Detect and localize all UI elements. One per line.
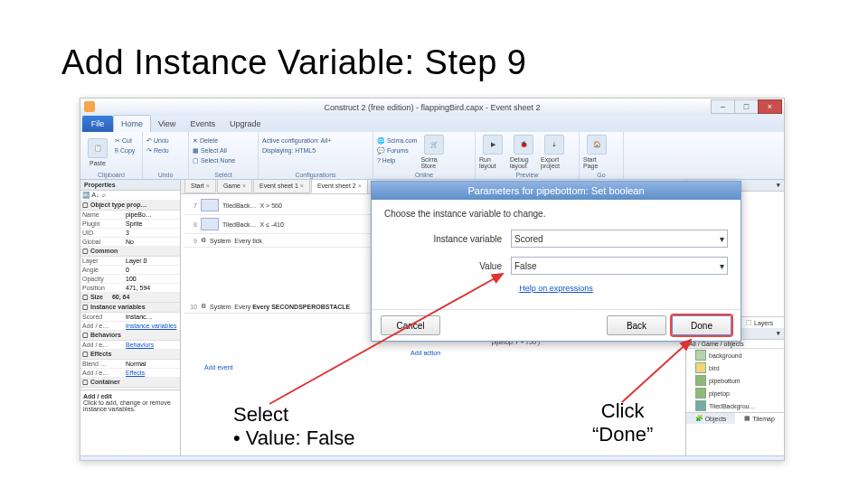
tab-upgrade[interactable]: Upgrade xyxy=(222,116,269,132)
annotation-select: Select • Value: False xyxy=(233,403,354,450)
close-button[interactable]: × xyxy=(758,99,782,114)
obj-icon xyxy=(201,199,219,211)
store-icon: 🛒 xyxy=(424,135,444,155)
add-action-link[interactable]: Add action xyxy=(410,348,682,359)
status-zoom: Zoom: 81% xyxy=(711,461,784,462)
tab-view[interactable]: View xyxy=(151,116,183,132)
tab-game[interactable]: Game× xyxy=(217,180,252,193)
help-box: Add / edit Click to add, change or remov… xyxy=(80,389,180,415)
select-none-button[interactable]: ▢ Select None xyxy=(193,155,235,165)
tab-events[interactable]: Events xyxy=(183,116,222,132)
delete-button[interactable]: ✕ Delete xyxy=(193,136,235,145)
select-group-label: Select xyxy=(189,172,258,178)
paste-icon: 📋 xyxy=(88,138,108,158)
instance-vars-section[interactable]: ▢ Instance variables xyxy=(80,303,180,313)
instance-variable-label: Instance variable xyxy=(384,234,511,244)
minimize-button[interactable]: – xyxy=(711,99,735,114)
annotation-click: Click “Done” xyxy=(592,399,653,446)
select-all-button[interactable]: ▦ Select All xyxy=(193,145,235,155)
home-icon: 🏠 xyxy=(587,135,607,155)
gear-icon: ⚙ xyxy=(201,303,206,310)
window-titlebar: Construct 2 (free edition) - flappingBir… xyxy=(80,99,784,116)
run-layout-button[interactable]: ▶Run layout xyxy=(479,134,506,170)
svg-rect-0 xyxy=(84,101,95,112)
window-title: Construct 2 (free edition) - flappingBir… xyxy=(324,103,540,112)
done-button[interactable]: Done xyxy=(672,315,731,335)
bug-icon: 🐞 xyxy=(514,135,533,155)
search-icon[interactable]: ⌕ xyxy=(102,192,106,199)
tab-tilemap[interactable]: ▦ Tilemap xyxy=(735,413,784,424)
copy-button[interactable]: ⎘ Copy xyxy=(115,145,135,155)
active-config[interactable]: Active configuration: All+ xyxy=(262,136,331,145)
chevron-down-icon: ▾ xyxy=(720,261,724,271)
tab-objects[interactable]: 🧩 Objects xyxy=(686,413,735,424)
common-section[interactable]: ▢ Common xyxy=(80,247,180,257)
back-button[interactable]: Back xyxy=(607,315,666,335)
properties-panel: Properties 🔤 A↓ ⌕ ▢ Object type prop… Na… xyxy=(80,180,181,455)
status-layer: Active layer: 0 xyxy=(362,461,443,462)
status-ready: Ready xyxy=(80,461,137,462)
help-expressions-link[interactable]: Help on expressions xyxy=(519,284,593,293)
add-event-link[interactable]: Add event xyxy=(184,359,682,371)
dialog-title: Parameters for pipebottom: Set boolean xyxy=(372,182,741,200)
properties-title: Properties xyxy=(80,180,180,191)
gear-icon: ⚙ xyxy=(201,237,206,244)
tab-evsheet1[interactable]: Event sheet 1× xyxy=(253,180,310,193)
undo-button[interactable]: ↶ Undo xyxy=(146,136,169,145)
tab-layers[interactable]: ⬚ Layers xyxy=(735,317,784,328)
export-icon: ⤓ xyxy=(544,135,564,155)
scirra-link[interactable]: 🌐 Scirra.com xyxy=(377,136,417,145)
slide-title: Add Instance Variable: Step 9 xyxy=(61,43,526,82)
dialog-instruction: Choose the instance variable to change. xyxy=(384,209,728,219)
help-link[interactable]: ? Help xyxy=(377,155,417,165)
status-events: Events: 10 xyxy=(237,461,307,462)
ribbon-body: 📋 Paste ✂ Cut ⎘ Copy Clipboard ↶ Undo ↷ … xyxy=(80,132,784,180)
config-group-label: Configurations xyxy=(259,172,373,178)
redo-button[interactable]: ↷ Redo xyxy=(146,145,169,155)
tab-start[interactable]: Start× xyxy=(184,180,216,193)
play-icon: ▶ xyxy=(483,135,503,155)
panel-menu-icon[interactable]: ▾ xyxy=(777,182,780,189)
status-bar: Ready Events: 10 Active layer: 0 Mouse: … xyxy=(80,455,784,461)
file-tab[interactable]: File xyxy=(82,116,113,132)
obj-type-section[interactable]: ▢ Object type prop… xyxy=(80,201,180,211)
clipboard-group-label: Clipboard xyxy=(80,172,142,178)
app-icon xyxy=(83,100,96,113)
instance-variable-select[interactable]: Scored ▾ xyxy=(511,230,728,248)
tab-evsheet2[interactable]: Event sheet 2× xyxy=(311,180,368,193)
forums-link[interactable]: 💬 Forums xyxy=(377,145,417,155)
maximize-button[interactable]: □ xyxy=(734,99,759,114)
undo-group-label: Undo xyxy=(143,172,188,178)
value-select[interactable]: False ▾ xyxy=(511,257,728,275)
ribbon-tabs: File Home View Events Upgrade xyxy=(80,116,784,132)
prop-name[interactable]: NamepipeBo… xyxy=(80,211,180,220)
go-group-label: Go xyxy=(580,172,623,178)
export-project-button[interactable]: ⤓Export project xyxy=(541,134,568,170)
close-icon[interactable]: × xyxy=(206,183,210,189)
store-button[interactable]: 🛒 Scirra Store xyxy=(420,134,448,170)
start-page-button[interactable]: 🏠Start Page xyxy=(583,134,610,170)
cancel-button[interactable]: Cancel xyxy=(381,315,440,335)
status-mouse: Mouse: (70.5, 162.2, 0) xyxy=(443,461,554,462)
debug-layout-button[interactable]: 🐞Debug layout xyxy=(510,134,537,170)
cut-button[interactable]: ✂ Cut xyxy=(115,136,135,145)
paste-button[interactable]: 📋 Paste xyxy=(84,134,111,170)
online-group-label: Online xyxy=(373,172,475,178)
tab-home[interactable]: Home xyxy=(113,115,151,132)
obj-background[interactable]: background xyxy=(686,349,784,361)
preview-group-label: Preview xyxy=(476,172,579,178)
set-boolean-dialog: Parameters for pipebottom: Set boolean C… xyxy=(371,181,741,342)
chevron-down-icon: ▾ xyxy=(720,234,724,244)
value-label: Value xyxy=(384,261,511,271)
displaying-platform: Displaying: HTML5 xyxy=(262,145,331,155)
